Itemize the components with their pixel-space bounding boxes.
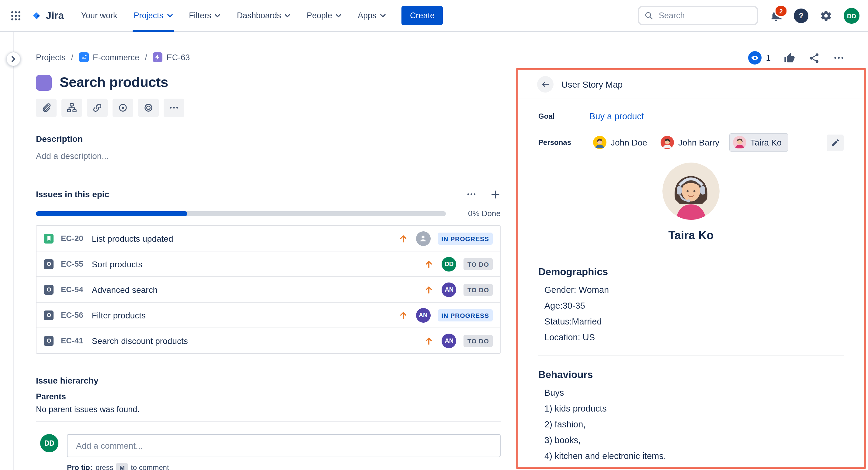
- link-button[interactable]: [87, 99, 108, 117]
- status-badge[interactable]: IN PROGRESS: [438, 309, 493, 321]
- persona-chip-john-barry[interactable]: John Barry: [657, 133, 723, 152]
- assignee-avatar[interactable]: DD: [442, 257, 457, 271]
- breadcrumb-issue-link[interactable]: EC-63: [153, 52, 190, 62]
- panel-body: Goal Buy a product Personas John Doe Joh…: [518, 111, 864, 469]
- issue-row[interactable]: EC-41 Search discount products AN TO DO: [36, 328, 500, 353]
- app-switcher-icon[interactable]: [10, 9, 22, 22]
- persona-display-name: Taira Ko: [538, 229, 844, 242]
- primary-nav: Your work Projects Filters Dashboards Pe…: [81, 0, 385, 31]
- persona-chip-taira-ko-selected[interactable]: Taira Ko: [729, 133, 788, 152]
- issue-row[interactable]: EC-55 Sort products DD TO DO: [36, 252, 500, 277]
- goal-link[interactable]: Buy a product: [589, 111, 644, 121]
- issue-row[interactable]: EC-56 Filter products AN IN PROGRESS: [36, 302, 500, 328]
- behaviours-lines: Buys 1) kids products 2) fashion, 3) boo…: [538, 385, 844, 469]
- assignee-avatar-unassigned[interactable]: [416, 231, 430, 246]
- comment-avatar: DD: [40, 434, 58, 452]
- epic-issues-table: EC-20 List products updated IN PROGRESS …: [36, 225, 501, 354]
- demographic-line: Gender: Woman: [545, 282, 844, 298]
- scope-button-2[interactable]: [138, 99, 159, 117]
- page-title: Search products: [60, 74, 168, 91]
- thumbs-up-icon: [783, 52, 796, 64]
- goal-label: Goal: [538, 112, 589, 121]
- demographic-line: Age:30-35: [545, 298, 844, 314]
- epic-progress-bar: [36, 211, 446, 216]
- behaviour-line: 4) kitchen and electronic items.: [545, 448, 844, 464]
- issue-summary-link[interactable]: Filter products: [92, 310, 398, 320]
- done-percent-label: 0% Done: [463, 209, 501, 218]
- status-badge[interactable]: TO DO: [464, 334, 493, 347]
- issue-summary-link[interactable]: Search discount products: [92, 336, 424, 346]
- attach-button[interactable]: [36, 99, 57, 117]
- issue-row[interactable]: EC-54 Advanced search AN TO DO: [36, 277, 500, 302]
- nav-your-work[interactable]: Your work: [81, 0, 117, 31]
- more-toolbar-button[interactable]: [164, 99, 184, 117]
- persona-avatar-icon: [660, 136, 674, 149]
- priority-up-icon: [424, 284, 435, 295]
- comment-input[interactable]: [67, 434, 501, 457]
- protip-suffix: to comment: [131, 463, 169, 470]
- personas-row: Personas John Doe John Barry Taira Ko: [538, 133, 844, 152]
- search-icon: [644, 11, 653, 20]
- nav-dashboards[interactable]: Dashboards: [237, 0, 290, 31]
- divider: [36, 421, 501, 422]
- like-button[interactable]: [783, 52, 796, 64]
- issue-summary-link[interactable]: List products updated: [92, 233, 398, 243]
- description-heading: Description: [36, 134, 501, 144]
- epic-issues-more-button[interactable]: [466, 189, 477, 200]
- share-button[interactable]: [808, 52, 820, 64]
- description-placeholder[interactable]: Add a description...: [36, 151, 501, 161]
- watch-count: 1: [766, 53, 771, 63]
- nav-projects[interactable]: Projects: [134, 0, 173, 31]
- divider: [538, 253, 844, 253]
- search-input[interactable]: [657, 10, 752, 21]
- demographic-line: Location: US: [545, 329, 844, 345]
- link-icon: [92, 102, 103, 113]
- epic-icon: [153, 52, 162, 62]
- issue-row[interactable]: EC-20 List products updated IN PROGRESS: [36, 226, 500, 252]
- assignee-avatar[interactable]: AN: [442, 282, 457, 297]
- epic-issues-add-button[interactable]: [490, 189, 501, 199]
- more-actions-button[interactable]: [833, 52, 845, 64]
- user-avatar[interactable]: DD: [844, 8, 860, 24]
- divider: [538, 356, 844, 356]
- global-search: [638, 6, 758, 25]
- issue-type-icon: [44, 310, 54, 320]
- breadcrumb-project-link[interactable]: E-commerce: [79, 52, 139, 62]
- paperclip-icon: [41, 102, 52, 113]
- priority-up-icon: [398, 233, 408, 244]
- sidebar-expand-button[interactable]: [6, 52, 21, 66]
- jira-page: Jira Your work Projects Filters Dashboar…: [0, 0, 868, 470]
- help-button[interactable]: ?: [794, 8, 808, 23]
- share-icon: [808, 52, 820, 64]
- create-button[interactable]: Create: [401, 6, 443, 25]
- comment-composer: DD: [36, 434, 501, 457]
- protip-key: M: [117, 463, 128, 470]
- issue-summary-link[interactable]: Sort products: [92, 259, 424, 269]
- edit-personas-button[interactable]: [827, 134, 844, 151]
- nav-filters[interactable]: Filters: [189, 0, 220, 31]
- nav-people[interactable]: People: [307, 0, 341, 31]
- goal-row: Goal Buy a product: [538, 111, 844, 121]
- settings-button[interactable]: [820, 9, 832, 22]
- persona-chip-john-doe[interactable]: John Doe: [589, 133, 651, 152]
- priority-up-icon: [424, 335, 435, 346]
- assignee-avatar[interactable]: AN: [442, 333, 457, 348]
- user-avatar-initials: DD: [844, 8, 860, 24]
- jira-logo-icon: [32, 11, 41, 20]
- jira-logo[interactable]: Jira: [32, 9, 64, 22]
- breadcrumb-projects-link[interactable]: Projects: [36, 53, 66, 62]
- status-badge[interactable]: TO DO: [464, 258, 493, 270]
- arrow-left-icon: [541, 80, 550, 89]
- status-badge[interactable]: TO DO: [464, 284, 493, 296]
- assignee-avatar[interactable]: AN: [416, 308, 430, 322]
- issue-detail-main: Projects / E-commerce / EC-63 Search pro…: [36, 32, 501, 470]
- scope-button-1[interactable]: [113, 99, 133, 117]
- issue-type-icon: [44, 259, 54, 269]
- watchers-button[interactable]: 1: [748, 51, 771, 64]
- back-button[interactable]: [537, 76, 554, 92]
- nav-apps[interactable]: Apps: [358, 0, 385, 31]
- status-badge[interactable]: IN PROGRESS: [438, 232, 493, 244]
- help-icon: ?: [794, 8, 808, 23]
- issue-summary-link[interactable]: Advanced search: [92, 285, 424, 294]
- hierarchy-button[interactable]: [61, 99, 82, 117]
